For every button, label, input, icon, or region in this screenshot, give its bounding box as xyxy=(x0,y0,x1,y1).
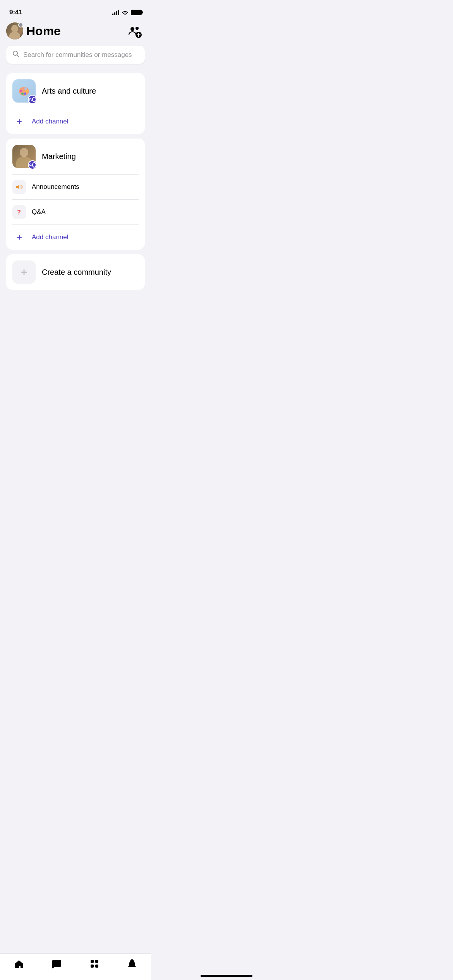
search-placeholder-text: Search for communities or messages xyxy=(23,51,139,59)
community-icon-wrapper-marketing xyxy=(12,145,36,168)
svg-point-8 xyxy=(24,93,26,95)
question-icon: ? xyxy=(15,208,24,216)
avatar-wrapper[interactable] xyxy=(6,22,23,39)
community-icon-wrapper-arts xyxy=(12,79,36,103)
search-bar[interactable]: Search for communities or messages xyxy=(6,46,145,64)
add-channel-button-arts[interactable]: + Add channel xyxy=(6,109,145,134)
wifi-icon xyxy=(122,10,129,15)
community-header-marketing[interactable]: Marketing xyxy=(6,139,145,174)
community-badge-arts xyxy=(28,95,37,104)
svg-point-1 xyxy=(136,27,139,30)
page-title: Home xyxy=(26,24,61,38)
bottom-spacer xyxy=(6,295,145,333)
status-time: 9:41 xyxy=(9,9,22,16)
header-left: Home xyxy=(6,22,61,39)
add-channel-label-arts: Add channel xyxy=(32,118,69,125)
svg-point-9 xyxy=(26,90,28,93)
create-community-icon: + xyxy=(12,260,36,284)
create-group-icon xyxy=(128,24,142,38)
create-community-label: Create a community xyxy=(42,268,111,277)
community-card-arts-culture: Arts and culture + Add channel xyxy=(6,73,145,134)
search-container: Search for communities or messages xyxy=(0,44,151,70)
add-channel-label-marketing: Add channel xyxy=(32,233,69,241)
add-channel-plus-icon-marketing: + xyxy=(12,230,26,244)
signal-icon xyxy=(112,10,119,15)
status-icons xyxy=(112,10,142,15)
badge-ribbon-icon-marketing xyxy=(29,163,32,167)
channel-item-announcements[interactable]: Announcements xyxy=(6,175,145,199)
create-new-group-button[interactable] xyxy=(126,22,143,39)
status-bar: 9:41 xyxy=(0,0,151,19)
community-name-arts: Arts and culture xyxy=(42,87,96,96)
battery-icon xyxy=(131,10,142,15)
megaphone-icon xyxy=(15,183,24,191)
online-indicator xyxy=(18,22,23,27)
channel-name-announcements: Announcements xyxy=(32,183,79,191)
channel-icon-announcements xyxy=(12,180,26,194)
header: Home xyxy=(0,19,151,44)
community-name-marketing: Marketing xyxy=(42,152,76,161)
community-badge-marketing xyxy=(28,160,37,170)
svg-point-10 xyxy=(24,87,27,90)
add-channel-button-marketing[interactable]: + Add channel xyxy=(6,225,145,250)
add-channel-plus-icon: + xyxy=(12,115,26,128)
svg-point-7 xyxy=(21,93,24,95)
channel-icon-qanda: ? xyxy=(12,205,26,219)
community-header-arts[interactable]: Arts and culture xyxy=(6,73,145,109)
create-community-card[interactable]: + Create a community xyxy=(6,254,145,290)
svg-point-6 xyxy=(20,90,22,92)
svg-point-0 xyxy=(130,27,134,31)
search-icon xyxy=(12,50,19,59)
channel-name-qanda: Q&A xyxy=(32,208,46,216)
main-content: Arts and culture + Add channel Marketing xyxy=(0,70,151,336)
channel-item-qanda[interactable]: ? Q&A xyxy=(6,200,145,224)
svg-text:?: ? xyxy=(17,209,21,216)
badge-ribbon-icon xyxy=(29,97,32,102)
community-card-marketing: Marketing Announcements ? Q&A xyxy=(6,139,145,250)
